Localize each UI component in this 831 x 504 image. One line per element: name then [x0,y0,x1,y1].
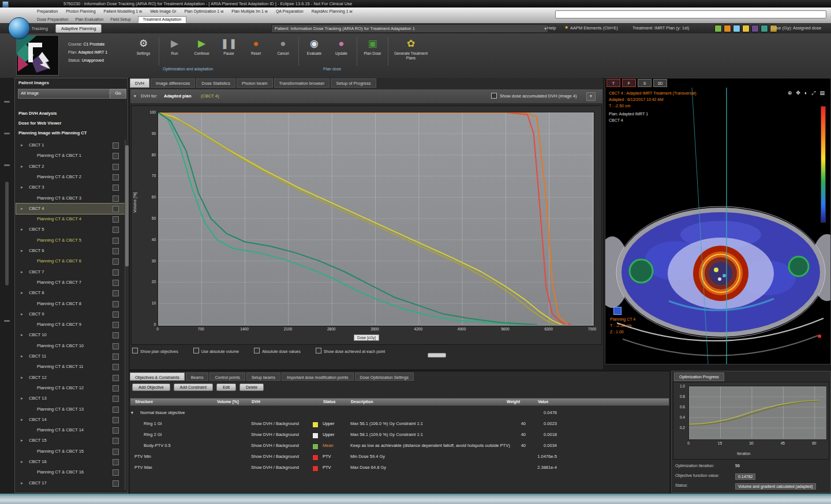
chevron-right-icon[interactable]: ▸ [21,288,23,298]
chevron-right-icon[interactable]: ▸ [21,457,23,467]
status-orange-icon[interactable] [724,25,731,32]
strip-handle[interactable] [4,101,10,103]
chevron-right-icon[interactable]: ▸ [21,415,23,425]
tree-item-cbct[interactable]: ▸CBCT 13 [16,393,125,404]
row-status-icon[interactable] [113,248,119,254]
checkbox-icon[interactable] [254,348,260,353]
dose-display-selector[interactable]: Dose (Gy): Assigned dose [771,25,821,31]
tree-item-cbct[interactable]: ▸CBCT 17 [16,478,125,488]
chevron-right-icon[interactable]: ▸ [21,161,23,172]
search-input[interactable] [555,10,826,18]
delete-button[interactable]: Delete [239,383,264,391]
row-status-icon[interactable] [113,417,119,423]
progress-plot[interactable] [688,386,827,440]
tree-item-cbct[interactable]: ▸CBCT 10 [16,330,125,340]
patient-selector[interactable]: Patient: Information Dose Tracking (ARIA… [271,24,548,33]
go-button[interactable]: Go [110,89,126,99]
strip-handle[interactable] [4,164,10,166]
tab-dvh[interactable]: DVH [130,78,149,88]
splitter-handle[interactable] [428,353,446,358]
tree-item-cbct[interactable]: ▸CBCT 7 [16,267,125,277]
tab-objectives-constraints[interactable]: Objectives & Constraints [130,373,185,381]
column-header[interactable]: Status [323,400,335,404]
row-status-icon[interactable] [113,238,119,244]
table-row[interactable]: Ring 2 GlShow DVH / BackgroundUpperMax 5… [130,430,669,441]
chevron-right-icon[interactable]: ▸ [21,330,23,340]
tree-item-cbct[interactable]: ▸CBCT 11 [16,351,125,362]
cancel-button[interactable]: ●Cancel [269,36,297,57]
chevron-right-icon[interactable]: ▸ [21,478,23,488]
tree-scrollbar[interactable] [125,140,129,490]
update-button[interactable]: ●Update [328,36,355,57]
tree-item-cbct[interactable]: ▸CBCT 15 [16,435,125,446]
dvh-plot[interactable] [158,112,594,326]
column-header[interactable]: DVH [252,400,260,404]
row-status-icon[interactable] [113,301,119,307]
tree-item-registered-image[interactable]: Planning CT & CBCT 5 [16,235,125,246]
chevron-right-icon[interactable]: ▸ [21,246,23,256]
pause-button[interactable]: ❚❚Pause [215,36,242,57]
dvh-option[interactable]: Absolute dose values [254,348,301,353]
column-header[interactable]: Description [351,400,373,404]
tree-item-registered-image[interactable]: Planning CT & CBCT 11 [16,362,125,372]
tree-item-cbct[interactable]: ▸CBCT 5 [16,224,125,235]
column-header[interactable]: Value [538,400,548,404]
row-status-icon[interactable] [113,322,119,328]
plan-dose-button[interactable]: ▣Plan Dose [359,36,386,57]
viewport-tab-t[interactable]: T [607,79,620,87]
chevron-down-icon[interactable]: ▾ [131,410,133,415]
row-status-icon[interactable] [113,311,119,318]
image-link-icon[interactable] [613,307,622,315]
tree-item-registered-image[interactable]: Planning CT & CBCT 8 [16,299,125,309]
menu-item[interactable]: Patient Modelling 1 w [104,9,143,16]
menu-item[interactable]: Plan Optimization 1 w [185,9,224,16]
checkbox-icon[interactable] [316,348,321,353]
tab-setup-beams[interactable]: Setup beams [246,373,280,381]
viewport-tab-3d[interactable]: 3D [653,79,667,87]
viewport-tab-s[interactable]: S [638,79,652,87]
chevron-down-icon[interactable]: ▾ [586,92,596,101]
tab-photon-beam[interactable]: Photon beam [237,78,273,88]
row-status-icon[interactable] [113,396,119,402]
ct-axial-view[interactable]: CBCT 4 : Adapted IMRT Treatment (Transve… [605,88,830,364]
status-teal-icon[interactable] [761,25,768,32]
chevron-right-icon[interactable]: ▸ [21,435,23,446]
dvh-option[interactable]: Show plan objectives [132,348,178,353]
table-row[interactable]: Body-PTV 0.5Show DVH / BackgroundMeanKee… [130,441,669,452]
treatment-selector[interactable]: Treatment: IMRT Plan (y: 1st) [632,25,689,31]
row-status-icon[interactable] [113,438,119,444]
chevron-right-icon[interactable]: ▸ [21,393,23,404]
tree-item-registered-image[interactable]: Planning CT & CBCT 16 [16,467,125,477]
tree-item-registered-image[interactable]: Planning CT & CBCT 15 [16,446,125,457]
progress-panel-title[interactable]: Optimization Progress [674,373,724,381]
row-status-icon[interactable] [113,353,119,360]
column-header[interactable]: Weight [507,400,520,404]
tree-item-cbct[interactable]: ▸CBCT 9 [16,309,125,319]
menu-item[interactable]: Plan Multiple Im 1 w [231,9,268,16]
tab-image-differences[interactable]: Image differences [151,78,195,88]
tree-item-registered-image[interactable]: Planning CT & CBCT 3 [16,193,125,204]
accumulated-dvh-checkbox[interactable] [491,93,497,99]
column-header[interactable]: Volume [%] [217,400,239,404]
tree-item-registered-image[interactable]: Planning CT & CBCT 12 [16,383,125,393]
row-status-icon[interactable] [113,480,119,487]
table-row[interactable]: PTV MaxShow DVH / BackgroundPTVMax Dose … [130,462,669,473]
settings-button[interactable]: ⚙Settings [130,36,157,57]
workspace-tab[interactable]: Dose Preparation [37,17,68,21]
tree-item-cbct[interactable]: ▸CBCT 1 [16,140,125,151]
table-row[interactable]: PTV MinShow DVH / BackgroundPTVMin Dose … [130,452,669,462]
menu-item[interactable]: QA Preparation [276,9,304,16]
chevron-right-icon[interactable]: ▸ [21,204,23,214]
workspace-tab[interactable]: Plan Evaluation [75,17,103,21]
checkbox-icon[interactable] [193,348,199,353]
row-status-icon[interactable] [113,427,119,434]
status-blue-icon[interactable] [733,25,740,32]
tree-item-cbct[interactable]: ▸CBCT 4 [16,204,125,214]
row-status-icon[interactable] [113,142,119,149]
tree-item-cbct[interactable]: ▸CBCT 3 [16,182,125,193]
menu-item[interactable]: Preparation [37,9,58,16]
status-green-icon[interactable] [714,25,722,32]
generate-plans-button[interactable]: ✿Generate Treatment Plans [390,36,432,61]
tree-item-registered-image[interactable]: Planning CT & CBCT 14 [16,425,125,435]
mode-tab-adaptive-planning[interactable]: Adaptive Planning [55,24,102,33]
